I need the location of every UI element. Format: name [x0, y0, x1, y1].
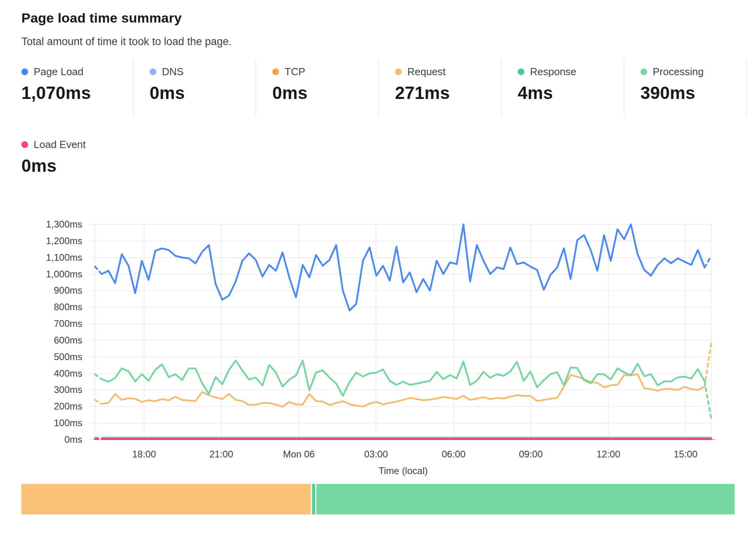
- metric-processing[interactable]: Processing 390ms: [624, 59, 747, 116]
- metric-response[interactable]: Response 4ms: [501, 59, 624, 116]
- y-axis-label: 0ms: [65, 434, 82, 445]
- y-axis-label: 100ms: [54, 417, 82, 428]
- response-dot-icon: [518, 68, 524, 75]
- metric-value-processing: 390ms: [640, 83, 747, 103]
- metric-label-response: Response: [530, 66, 576, 78]
- load-event-dot-icon: [21, 141, 28, 148]
- metric-dns[interactable]: DNS 0ms: [133, 59, 256, 116]
- y-axis-label: 600ms: [54, 335, 82, 345]
- page-load-dot-icon: [21, 68, 28, 75]
- bar-segment-processing: [316, 484, 735, 514]
- y-axis-label: 800ms: [54, 302, 82, 312]
- y-axis-label: 1,300ms: [46, 219, 82, 230]
- metrics-row-2: Load Event 0ms: [21, 138, 86, 176]
- metrics-row-1: Page Load 1,070ms DNS 0ms TCP 0ms Reques…: [21, 59, 747, 116]
- chart-plot-area[interactable]: [95, 224, 711, 440]
- x-axis-title: Time (local): [378, 465, 427, 476]
- request-dot-icon: [395, 68, 402, 75]
- metric-page-load[interactable]: Page Load 1,070ms: [21, 59, 133, 116]
- dns-dot-icon: [150, 68, 156, 75]
- tcp-dot-icon: [272, 68, 279, 75]
- metric-label-page-load: Page Load: [34, 66, 84, 78]
- x-axis-label: 18:00: [132, 449, 156, 459]
- x-axis-label: 03:00: [364, 449, 388, 459]
- x-axis-label: 21:00: [209, 449, 233, 459]
- y-axis-label: 700ms: [54, 318, 82, 329]
- x-axis-label: Mon 06: [283, 449, 315, 459]
- metric-value-tcp: 0ms: [272, 83, 378, 103]
- metric-tcp[interactable]: TCP 0ms: [256, 59, 379, 116]
- y-axis-label: 900ms: [54, 285, 82, 296]
- x-axis-label: 09:00: [519, 449, 543, 459]
- metric-value-page-load: 1,070ms: [21, 83, 133, 103]
- y-axis-label: 1,200ms: [46, 235, 82, 246]
- y-axis-label: 1,000ms: [46, 269, 82, 279]
- x-axis-label: 15:00: [674, 449, 697, 459]
- metric-label-request: Request: [407, 66, 446, 78]
- y-axis-label: 1,100ms: [46, 252, 82, 263]
- metric-label-processing: Processing: [653, 66, 704, 78]
- metric-value-load-event: 0ms: [21, 156, 86, 176]
- metric-request[interactable]: Request 271ms: [379, 59, 501, 116]
- page-title: Page load time summary: [21, 10, 182, 26]
- metric-label-load-event: Load Event: [34, 138, 86, 151]
- y-axis-label: 400ms: [54, 368, 82, 379]
- y-axis-label: 200ms: [54, 401, 82, 412]
- metric-value-request: 271ms: [395, 83, 501, 103]
- metric-load-event[interactable]: Load Event 0ms: [21, 138, 86, 176]
- processing-dot-icon: [640, 68, 647, 75]
- metric-value-dns: 0ms: [150, 83, 256, 103]
- page-subtitle: Total amount of time it took to load the…: [21, 36, 232, 48]
- x-axis-label: 06:00: [442, 449, 465, 459]
- metric-label-tcp: TCP: [285, 66, 305, 78]
- metric-value-response: 4ms: [518, 83, 624, 103]
- x-axis-label: 12:00: [596, 449, 620, 459]
- metric-label-dns: DNS: [162, 66, 184, 78]
- bar-segment-request: [21, 484, 311, 514]
- y-axis-label: 300ms: [54, 384, 82, 395]
- bar-segment-response: [312, 484, 315, 514]
- y-axis-label: 500ms: [54, 351, 82, 362]
